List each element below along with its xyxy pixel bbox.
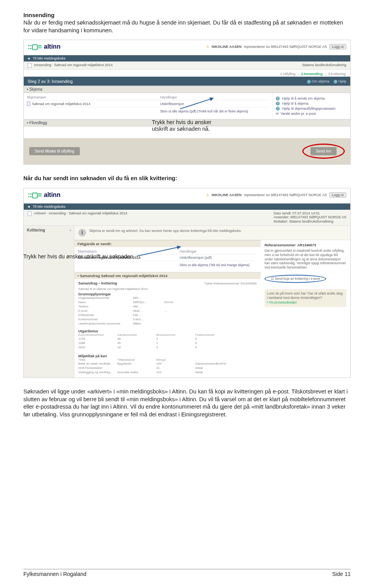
red-circle-annotation: Send inn — [302, 144, 345, 159]
g-k: E-post — [78, 309, 133, 312]
help-icon: ? — [276, 107, 280, 111]
g-e — [164, 305, 187, 308]
chevron-left-icon: ◄ — [27, 205, 30, 209]
step-arrow-icon: → — [323, 72, 327, 76]
kvittering-tab[interactable]: Kvittering — [27, 228, 45, 232]
utgard-heading: Utgardsmur — [78, 329, 257, 333]
step-arrow-icon: → — [296, 72, 300, 76]
send-copy-checkbox[interactable]: ☑ Send kopi av kvittering i e-post — [265, 275, 326, 283]
ut-h: Festenummer — [195, 333, 234, 337]
mil-row: Drift-Ferdselsårer31dekar — [78, 366, 257, 370]
logout-button[interactable]: Logg ut — [329, 44, 346, 49]
process-hint: Lurer du på hvem som har / har vil utfør… — [265, 289, 346, 307]
step-help-links: iOm skjema ?Hjelp — [304, 79, 346, 84]
mil-row: Beite av lokalt verdfulle…Bygdebeit120Ga… — [78, 362, 257, 366]
kvittering-body: i Skjema er sendt inn og arkivert. Du ka… — [74, 226, 350, 377]
bottom-paragraph: Søknaden vil ligge under «arkivert» i «m… — [23, 388, 351, 418]
mil-h: Mengd — [156, 358, 195, 362]
help-link[interactable]: ?Hjelp — [333, 79, 346, 83]
process-hint-text: Lurer du på hvem som har / har vil utfør… — [267, 291, 344, 300]
breadcrumb-left: Arkivert · Innsending · Søknad om region… — [28, 211, 127, 224]
back-to-fill-button[interactable]: Send tilbake til utfylling — [29, 147, 80, 155]
g-v: SØRQU… — [133, 300, 164, 304]
print-all-link[interactable]: Skriv ut alle skjema (pdf) (Trekk kull n… — [160, 109, 269, 116]
breadcrumb-text: Innsending · Søknad om regionalt miljøti… — [34, 63, 113, 67]
annotation-print-now: Trykk her hvis du ønsker utskrift av søk… — [152, 119, 214, 132]
heading-innsending: Innsending — [23, 12, 351, 18]
mil-h: Tiltak — [78, 358, 117, 362]
show-process-link[interactable]: • Vis prosessdetaljer — [267, 300, 344, 305]
breadcrumb-right: Statens landbruksforvaltning — [302, 63, 346, 68]
logo-glyph-icon: ::▢≡ — [28, 191, 42, 199]
miljo-heading: Miljøtiltak på kart — [78, 354, 257, 358]
ut-row: 20431630 — [78, 345, 257, 349]
chevron-left-icon: ◄ — [27, 56, 30, 60]
about-schema-link[interactable]: iOm skjema — [307, 79, 330, 83]
left-body: Følgjande er sendt: Skjemanavn Handlinga… — [74, 240, 261, 377]
summary-block: Samandrag – kvittering Trykte Referansen… — [74, 279, 261, 328]
g-v: Hålen — [133, 322, 164, 325]
ut-row: 10864530 — [78, 341, 257, 345]
g-k: Driftssenter — [78, 313, 133, 317]
schema-note-row: Skriv ut alle skjema (pdf) (Trekk kull n… — [27, 107, 269, 117]
help-schema-link[interactable]: ?Hjelp til å skjema — [276, 102, 347, 105]
breadcrumb-left: Innsending · Søknad om regionalt miljøti… — [28, 63, 113, 68]
chevron-right-icon: › — [70, 228, 71, 232]
step-1: 1.Utfylling — [280, 72, 296, 76]
print-all-link[interactable]: Skriv ut alle skjema (Tek tid ved mange … — [180, 262, 258, 269]
utgard-table: Utgardsmur Kommunenummer Gardsnummer Bru… — [74, 328, 261, 353]
grunn-heading: Grunnopplysningar — [78, 292, 257, 296]
th-actions: Handlingar — [180, 249, 258, 253]
table-header: Skjemanavn Handlinger — [27, 95, 269, 100]
step-2-current: 2.Innsending — [301, 72, 323, 76]
g-e: Gnr.bn — [164, 300, 187, 304]
th-actions: Handlinger — [160, 95, 269, 99]
meta-sender: Avsender: 985147493 SØRQUIST NORGE AS — [273, 215, 346, 219]
step-title-bar: Steg 2 av 3: Innsending iOm skjema ?Hjel… — [24, 77, 350, 86]
breadcrumb-row: Arkivert · Innsending · Søknad om region… — [24, 210, 350, 226]
g-v: nase… — [133, 309, 164, 312]
help-send-link[interactable]: ?Hjelp til å sende inn skjema — [276, 97, 347, 100]
right-body: Referansenummer: AR1346673 Det er gjenno… — [261, 240, 350, 377]
warning-icon: ⚠ — [206, 45, 209, 49]
g-v: Feit… — [133, 313, 164, 317]
notify-others-link[interactable]: ✉Varsle andre pr. e-post — [276, 112, 347, 116]
summary-sub: Søknad til et skjema om regionalt miljøt… — [78, 287, 257, 291]
topbar: ::▢≡ altinn ⚠ NIKOLINE AASEN representer… — [24, 40, 350, 55]
info-box: i Skjema er sendt inn og arkivert. Du ka… — [74, 226, 350, 240]
sent-header: Følgjande er sendt: — [74, 240, 261, 247]
print-version-link[interactable]: Utskriftsversjon — [160, 102, 269, 106]
side-help-column: ?Hjelp til å sende inn skjema ?Hjelp til… — [272, 93, 350, 119]
ellipse-annotation: ☑ Send kopi av kvittering i e-post — [265, 272, 346, 285]
ut-h: Kommunenummer — [78, 333, 117, 337]
userbar: ⚠ NIKOLINE AASEN representerer nu 985147… — [206, 44, 346, 49]
kvittering-layout: Kvittering › i Skjema er sendt inn og ar… — [24, 226, 350, 377]
screenshot-1: ::▢≡ altinn ⚠ NIKOLINE AASEN representer… — [23, 40, 351, 165]
help-process-link[interactable]: ?Hjelp til skjemautfyllingsprosessen — [276, 107, 347, 111]
ut-h: Gardsnummer — [117, 333, 156, 337]
footer-right: Side 11 — [332, 571, 351, 577]
g-v: 985… — [133, 296, 164, 300]
help-icon: ? — [276, 97, 280, 100]
section-skjema-header[interactable]: • Skjema — [24, 86, 350, 93]
g-e — [164, 322, 187, 325]
reference-label: Referansenummer: AR1346673 — [265, 243, 346, 247]
nav-back-bar[interactable]: ◄ Til Min meldingsboks — [24, 55, 350, 61]
main-column: Skjemanavn Handlinger Søknad om regional… — [24, 93, 272, 119]
mail-icon: ✉ — [276, 112, 279, 116]
breadcrumb-row: Innsending · Søknad om regionalt miljøti… — [24, 61, 350, 70]
logo-word: altinn — [44, 191, 61, 198]
intro-paragraph: Når du er ferdig med søknadsskjemaet må … — [23, 19, 351, 34]
nav-back-bar[interactable]: ◄ Til Min meldingsboks — [24, 204, 350, 210]
action-bar: Send tilbake til utfylling Send inn — [24, 138, 350, 164]
g-k: Organisasjonsnummer — [78, 296, 133, 300]
mil-h: Tiltaksklasse — [117, 358, 156, 362]
summary-header[interactable]: • Samandrag Søknad om regionalt miljøtil… — [74, 272, 261, 279]
print-pdf-link[interactable]: Utskriftsversjon (pdf) — [180, 256, 258, 260]
send-in-button[interactable]: Send inn — [310, 147, 337, 155]
logout-button[interactable]: Logg ut — [329, 192, 346, 198]
logo-glyph-icon: ::▢≡ — [28, 42, 42, 51]
step-3: 3.Kvittering — [328, 72, 346, 76]
altinn-logo: ::▢≡ altinn — [28, 191, 60, 199]
altinn-logo: ::▢≡ altinn — [28, 42, 60, 51]
